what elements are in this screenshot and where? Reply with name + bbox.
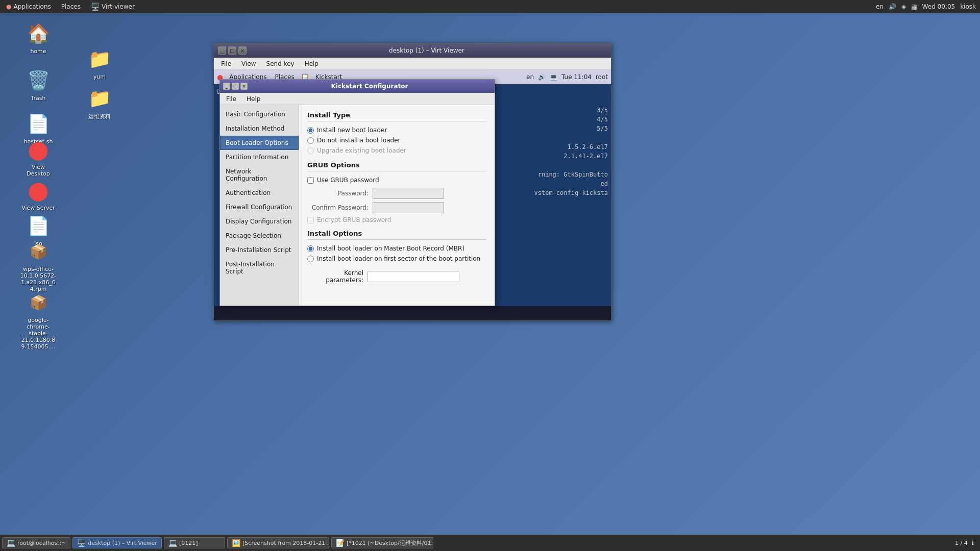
confirm-password-input[interactable] bbox=[373, 202, 444, 213]
top-panel: ● Applications Places 🖥️ Virt-viewer en … bbox=[0, 0, 980, 13]
sidebar-item-package-selection[interactable]: Package Selection bbox=[220, 229, 299, 243]
ks-file-menu[interactable]: File bbox=[224, 94, 238, 104]
battery-icon: ▦ bbox=[911, 3, 917, 10]
ks-help-menu[interactable]: Help bbox=[244, 94, 262, 104]
icon-label-viewdesktop: View Desktop bbox=[20, 164, 57, 177]
taskbar-screenshot-icon: 🖼️ bbox=[232, 539, 240, 547]
radio-install-new-input[interactable] bbox=[307, 127, 314, 134]
applications-menu[interactable]: ● Applications bbox=[4, 2, 53, 11]
radio-first-sector[interactable]: Install boot loader on first sector of t… bbox=[307, 255, 486, 262]
desktop-icon-wps[interactable]: 📦 wps-office-10.1.0.5672-1.a21.x86_64.rp… bbox=[18, 237, 59, 294]
icon-label-yum: yum bbox=[93, 73, 106, 80]
kernel-parameters-row: Kernel parameters: bbox=[307, 269, 486, 284]
places-menu[interactable]: Places bbox=[59, 2, 83, 11]
radio-upgrade-existing: Upgrade existing boot loader bbox=[307, 147, 486, 154]
radio-install-new[interactable]: Install new boot loader bbox=[307, 127, 486, 134]
install-options-title: Install Options bbox=[307, 230, 486, 240]
radio-first-sector-input[interactable] bbox=[307, 256, 314, 262]
taskbar-editor-label: [*1021 (~Desktop/运维资料/01... bbox=[347, 539, 433, 547]
icon-label-viewserver: View Server bbox=[21, 205, 55, 211]
install-type-title: Install Type bbox=[307, 111, 486, 121]
grub-options-section: GRUB Options Use GRUB password Password:… bbox=[307, 161, 486, 223]
grub-password-label: Use GRUB password bbox=[317, 177, 379, 184]
language-indicator: en bbox=[876, 3, 884, 10]
desktop-icon-home[interactable]: 🏠 home bbox=[18, 19, 59, 57]
taskbar-item-terminal2[interactable]: 💻 [0121] bbox=[164, 537, 225, 548]
user-label: kiosk bbox=[960, 3, 976, 10]
virt-viewer-close[interactable]: × bbox=[238, 46, 247, 55]
radio-mbr[interactable]: Install boot loader on Master Boot Recor… bbox=[307, 245, 486, 252]
taskbar: 💻 root@localhost:~ 🖥️ desktop (1) – Virt… bbox=[0, 535, 980, 551]
inner-time: Tue 11:04 bbox=[561, 73, 592, 81]
sidebar-item-partition-information[interactable]: Partition Information bbox=[220, 150, 299, 164]
kickstart-dialog: _ □ × Kickstart Configurator File Help B… bbox=[219, 79, 495, 306]
ks-minimize[interactable]: _ bbox=[223, 83, 230, 90]
install-type-radio-group: Install new boot loader Do not install a… bbox=[307, 127, 486, 154]
sidebar-item-network-configuration[interactable]: Network Configuration bbox=[220, 164, 299, 186]
radio-mbr-label: Install boot loader on Master Boot Recor… bbox=[317, 245, 464, 252]
ks-body: Basic Configuration Installation Method … bbox=[220, 105, 495, 306]
sidebar-item-boot-loader-options[interactable]: Boot Loader Options bbox=[220, 136, 299, 150]
ks-titlebar: _ □ × Kickstart Configurator bbox=[220, 80, 495, 93]
radio-do-not-install-input[interactable] bbox=[307, 137, 314, 144]
sidebar-item-post-installation-script[interactable]: Post-Installation Script bbox=[220, 257, 299, 279]
radio-upgrade-existing-input bbox=[307, 147, 314, 154]
info-icon: ℹ️ bbox=[972, 540, 974, 546]
taskbar-terminal-icon: 💻 bbox=[7, 539, 15, 547]
taskbar-item-terminal[interactable]: 💻 root@localhost:~ bbox=[2, 537, 70, 548]
install-location-radio-group: Install boot loader on Master Boot Recor… bbox=[307, 245, 486, 262]
inner-user: root bbox=[596, 73, 608, 81]
icon-label-trash: Trash bbox=[31, 95, 45, 102]
taskbar-terminal-label: root@localhost:~ bbox=[17, 540, 66, 546]
volume-icon: 🔊 bbox=[889, 3, 896, 10]
desktop-icon-viewserver[interactable]: ⬤ View Server bbox=[18, 176, 59, 213]
desktop-icon-weiziinfo[interactable]: 📁 运维资料 bbox=[79, 84, 120, 122]
virt-viewer-maximize[interactable]: □ bbox=[228, 46, 236, 55]
grub-password-checkbox-label[interactable]: Use GRUB password bbox=[307, 177, 486, 184]
taskbar-terminal2-label: [0121] bbox=[179, 540, 198, 546]
desktop-icon-chrome[interactable]: 📦 google-chrome-stable-21.0.1180.89-1540… bbox=[18, 288, 59, 352]
virt-viewer-sendkey-menu[interactable]: Send key bbox=[262, 59, 299, 68]
sidebar-item-pre-installation-script[interactable]: Pre-Installation Script bbox=[220, 243, 299, 257]
virt-viewer-view-menu[interactable]: View bbox=[237, 59, 260, 68]
sidebar-item-firewall-configuration[interactable]: Firewall Configuration bbox=[220, 200, 299, 214]
virt-viewer-help-menu[interactable]: Help bbox=[301, 59, 323, 68]
radio-first-sector-label: Install boot loader on first sector of t… bbox=[317, 255, 480, 262]
confirm-password-label: Confirm Password: bbox=[307, 204, 369, 211]
ks-content: Install Type Install new boot loader Do … bbox=[299, 105, 495, 306]
virt-viewer-titlebar: _ □ × desktop (1) – Virt Viewer bbox=[214, 43, 611, 58]
grub-password-checkbox[interactable] bbox=[307, 177, 314, 184]
radio-upgrade-existing-label: Upgrade existing boot loader bbox=[317, 147, 406, 154]
taskbar-right: 1 / 4 ℹ️ bbox=[955, 540, 978, 546]
taskbar-item-editor[interactable]: 📝 [*1021 (~Desktop/运维资料/01... bbox=[331, 537, 433, 548]
password-row: Password: bbox=[307, 188, 486, 199]
kernel-parameters-input[interactable] bbox=[368, 271, 459, 282]
page-indicator: 1 / 4 bbox=[955, 540, 968, 546]
taskbar-screenshot-label: [Screenshot from 2018-01-21 ... bbox=[242, 540, 329, 546]
virt-viewer-menu[interactable]: 🖥️ Virt-viewer bbox=[89, 2, 137, 12]
desktop-icon-yum[interactable]: 📁 yum bbox=[79, 45, 120, 82]
sidebar-item-display-configuration[interactable]: Display Configuration bbox=[220, 214, 299, 229]
password-input[interactable] bbox=[373, 188, 444, 199]
ks-close[interactable]: × bbox=[240, 83, 248, 90]
clock: Wed 00:05 bbox=[922, 3, 955, 10]
virt-viewer-file-menu[interactable]: File bbox=[217, 59, 235, 68]
virt-viewer-minimize[interactable]: _ bbox=[218, 46, 226, 55]
taskbar-item-screenshot[interactable]: 🖼️ [Screenshot from 2018-01-21 ... bbox=[227, 537, 329, 548]
radio-do-not-install[interactable]: Do not install a boot loader bbox=[307, 137, 486, 144]
taskbar-terminal2-icon: 💻 bbox=[168, 539, 177, 547]
sidebar-item-basic-configuration[interactable]: Basic Configuration bbox=[220, 107, 299, 121]
taskbar-item-virt-viewer[interactable]: 🖥️ desktop (1) – Virt Viewer bbox=[72, 537, 162, 548]
icon-label-weiziinfo: 运维资料 bbox=[88, 113, 111, 120]
radio-install-new-label: Install new boot loader bbox=[317, 127, 387, 134]
sidebar-item-authentication[interactable]: Authentication bbox=[220, 186, 299, 200]
radio-do-not-install-label: Do not install a boot loader bbox=[317, 137, 401, 144]
encrypt-grub-checkbox-label[interactable]: Encrypt GRUB password bbox=[307, 216, 486, 223]
desktop-icon-viewdesktop[interactable]: ⬤ View Desktop bbox=[18, 135, 59, 179]
taskbar-virt-viewer-label: desktop (1) – Virt Viewer bbox=[88, 540, 157, 546]
ks-maximize[interactable]: □ bbox=[232, 83, 239, 90]
sidebar-item-installation-method[interactable]: Installation Method bbox=[220, 121, 299, 136]
desktop-icon-trash[interactable]: 🗑️ Trash bbox=[18, 66, 59, 104]
radio-mbr-input[interactable] bbox=[307, 245, 314, 252]
icon-label-chrome: google-chrome-stable-21.0.1180.89-154005… bbox=[20, 317, 57, 350]
